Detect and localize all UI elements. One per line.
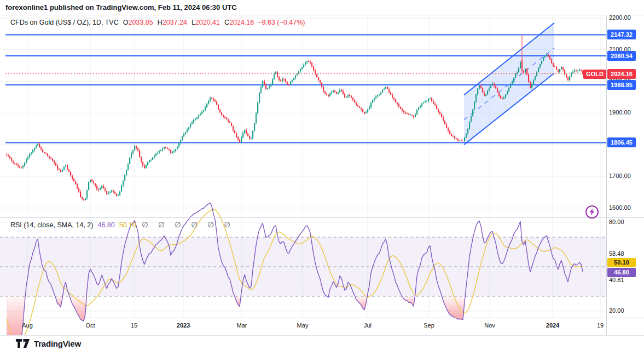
rsi-ma-last-value: 50.10 bbox=[119, 221, 136, 229]
rsi-axis-label-80.00: 80.00 bbox=[609, 219, 624, 225]
symbol-title[interactable]: CFDs on Gold (US$ / OZ), 1D, TVC bbox=[10, 19, 119, 26]
time-tick-Jul: Jul bbox=[364, 322, 372, 329]
last-price-badge: 2024.16 bbox=[607, 69, 636, 79]
rsi-hidden-values: ∅ ∅ ∅ ∅ ∅ ∅ bbox=[142, 220, 234, 229]
rsi-axis-label-58.48: 58.48 bbox=[609, 250, 624, 257]
time-tick-Aug: Aug bbox=[22, 322, 33, 329]
bolt-glyph bbox=[589, 208, 595, 216]
time-tick-Mar: Mar bbox=[237, 322, 247, 329]
level-badge-1806.45: 1806.45 bbox=[607, 137, 636, 147]
high-value: 2037.24 bbox=[163, 19, 187, 26]
time-tick-19: 19 bbox=[597, 322, 604, 329]
price-axis-label-1900.00: 1900.00 bbox=[609, 109, 631, 116]
rsi-legend-row: RSI (14, close, SMA, 14, 2)46.8050.10∅ ∅… bbox=[10, 220, 234, 229]
time-tick-May: May bbox=[297, 322, 309, 329]
level-badge-2147.32: 2147.32 bbox=[607, 30, 636, 39]
low-label: L bbox=[192, 19, 195, 26]
open-label: O bbox=[123, 19, 129, 26]
chart-canvas[interactable] bbox=[0, 15, 644, 336]
symbol-info-row: CFDs on Gold (US$ / OZ), 1D, TVCO2033.85… bbox=[10, 19, 305, 26]
time-tick-Sep: Sep bbox=[423, 322, 434, 329]
tradingview-logo-text[interactable]: TradingView bbox=[34, 339, 81, 348]
time-tick-2024: 2024 bbox=[546, 322, 559, 329]
level-badge-1988.85: 1988.85 bbox=[607, 80, 636, 90]
rsi-axis-label-40.81: 40.81 bbox=[609, 277, 624, 283]
time-tick-2023: 2023 bbox=[177, 322, 190, 329]
close-label: C bbox=[224, 19, 229, 26]
high-label: H bbox=[158, 19, 163, 26]
tradingview-logo-icon[interactable] bbox=[15, 338, 30, 348]
rsi-last-value: 46.80 bbox=[97, 221, 114, 229]
footer: TradingView bbox=[15, 338, 81, 348]
time-tick-Oct: Oct bbox=[85, 322, 95, 329]
level-badge-2080.54: 2080.54 bbox=[607, 51, 636, 61]
low-value: 2020.41 bbox=[195, 19, 220, 26]
price-axis-label-1600.00: 1600.00 bbox=[609, 204, 631, 211]
lightning-bolt-icon[interactable] bbox=[585, 205, 599, 219]
time-tick-15: 15 bbox=[131, 322, 137, 329]
rsi-value-badge: 46.80 bbox=[607, 268, 636, 277]
rsi-axis-label-20.00: 20.00 bbox=[609, 307, 624, 314]
time-tick-Nov: Nov bbox=[484, 322, 495, 329]
published-by-header: forexonline1 published on TradingView.co… bbox=[5, 3, 237, 12]
close-value: 2024.16 bbox=[229, 19, 254, 26]
symbol-price-flag: GOLD bbox=[583, 70, 606, 79]
tradingview-published-chart: forexonline1 published on TradingView.co… bbox=[0, 0, 644, 356]
change-value: −9.63 (−0.47%) bbox=[258, 19, 305, 26]
price-axis-label-1700.00: 1700.00 bbox=[609, 173, 631, 179]
rsi-ma-badge: 50.10 bbox=[607, 258, 636, 267]
rsi-indicator-title[interactable]: RSI (14, close, SMA, 14, 2) bbox=[10, 221, 93, 229]
ascending-channel bbox=[464, 23, 554, 145]
rsi-pane bbox=[0, 237, 606, 336]
price-axis-label-2200.00: 2200.00 bbox=[609, 14, 631, 21]
open-value: 2033.85 bbox=[128, 19, 153, 26]
